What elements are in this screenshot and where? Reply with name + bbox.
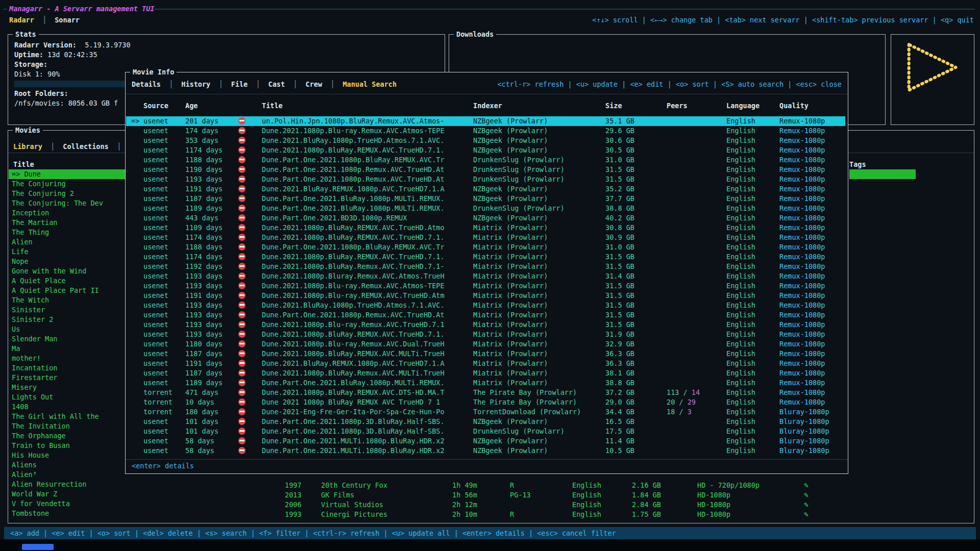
search-result-row[interactable]: usenet 174 days Dune.2021.1080p.Blu-ray.… [126,126,845,136]
movie-list-item[interactable]: Alien Resurrection [9,480,125,489]
movie-list-item[interactable]: mother! [9,354,125,363]
movie-list-item[interactable]: Life [9,247,125,257]
movie-list-item[interactable]: The Martian [9,218,125,228]
result-language: English [726,262,779,271]
search-result-row[interactable]: usenet 1191 days Dune.2021.BluRay.REMUX.… [126,359,845,368]
search-result-row[interactable]: usenet 1109 days Dune.2021.1080p.BluRay.… [126,223,845,233]
search-result-row[interactable]: torrent 10 days Dune 2021 1080p BluRay R… [126,397,845,407]
tab-sonarr[interactable]: Sonarr [55,16,80,24]
search-result-row[interactable]: usenet 1193 days Dune.2021.BluRay.1080p.… [126,300,845,310]
movie-list-item[interactable]: Inception [9,208,125,218]
search-result-row[interactable]: usenet 1193 days Dune.2021.1080p.Blu-ray… [126,320,845,330]
rejected-icon [238,407,262,417]
movie-list-item[interactable]: Incantation [9,363,125,373]
movie-list-item[interactable]: Firestarter [9,373,125,383]
result-quality: Remux-1080p [779,126,845,136]
movie-title: The Girl with All the [12,412,99,420]
search-result-row[interactable]: usenet 1193 days Dune.2021.1080p.Blu-ray… [126,281,845,291]
tab-file[interactable]: File [231,80,248,88]
search-result-row[interactable]: usenet 1189 days Dune.Part.One.2021.BluR… [126,378,845,388]
search-result-row[interactable]: usenet 1191 days Dune.2021.1080p.Blu-ray… [126,291,845,300]
search-result-row[interactable]: usenet 353 days Dune.2021.BluRay.1080p.T… [126,136,845,145]
movie-list-item[interactable]: The Witch [9,295,125,305]
tab-radarr[interactable]: Radarr [9,16,34,24]
movie-list-item[interactable]: Misery [9,383,125,392]
movie-title: Sinister 2 [12,315,53,323]
movie-list-item[interactable]: A Quiet Place Part II [9,286,125,295]
search-result-row[interactable]: torrent 180 days Dune-2021-Eng-Fre-Ger-I… [126,407,845,417]
movie-title: The Conjuring 2 [12,189,74,197]
search-result-row[interactable]: usenet 1188 days Dune.Part.One.2021.1080… [126,242,845,252]
movie-list-item[interactable]: The Conjuring: The Dev [9,198,125,208]
search-result-row[interactable]: usenet 1187 days Dune.2021.1080p.BluRay.… [126,368,845,378]
movie-list-item[interactable]: Gone with the Wind [9,266,125,276]
movie-list-item[interactable]: The Conjuring [9,179,125,189]
movie-list-item[interactable]: The Invitation [9,421,125,431]
search-result-row[interactable]: usenet 1189 days Dune.Part.One.2021.BluR… [126,204,845,213]
movie-list-item[interactable]: Ma [9,344,125,354]
result-quality: Remux-1080p [779,233,845,242]
movie-list-item[interactable]: => Dune [9,169,125,179]
movie-list-item[interactable]: His House [9,450,125,460]
search-result-row[interactable]: usenet 1193 days Dune.Part.One.2021.1080… [126,174,845,184]
search-result-row[interactable]: usenet 1192 days Dune.2021.1080p.BluRay.… [126,262,845,271]
movie-list-item[interactable]: The Girl with All the [9,412,125,421]
search-result-row[interactable]: torrent 471 days Dune.2021.1080p.BluRay.… [126,388,845,397]
movie-title: mother! [12,354,41,362]
search-result-row[interactable]: usenet 1191 days Dune.2021.BluRay.REMUX.… [126,184,845,194]
search-result-row[interactable]: usenet 101 days Dune.Part.One.2021.1080p… [126,427,845,436]
search-result-row[interactable]: => usenet 201 days un.Pol.Hin.Jpn.1080p.… [126,116,845,126]
search-result-row[interactable]: usenet 1174 days Dune.2021.1080p.BluRay.… [126,233,845,242]
tab-manual-search[interactable]: Manual Search [342,80,397,88]
movie-list-item[interactable]: The Conjuring 2 [9,189,125,198]
result-size: 31.5 GB [605,252,667,262]
movie-list-item[interactable]: The Orphanage [9,431,125,441]
movie-list-item[interactable]: Alien [9,237,125,247]
movie-list-item[interactable]: World War Z [9,489,125,499]
movie-list-item[interactable]: The Thing [9,228,125,237]
tab-crew[interactable]: Crew [306,80,323,88]
movie-list-item[interactable]: 1408 [9,402,125,412]
search-result-row[interactable]: usenet 1188 days Dune.Part.One.2021.1080… [126,155,845,165]
result-indexer: Miatrix (Prowlarr) [473,291,605,300]
movie-list-item[interactable]: Nope [9,257,125,266]
tab-collections[interactable]: Collections [63,142,108,151]
search-result-row[interactable]: usenet 1190 days Dune.Part.One.2021.1080… [126,165,845,174]
movie-list-item[interactable]: Sinister 2 [9,315,125,324]
movie-list-item[interactable]: Train to Busan [9,441,125,450]
search-result-row[interactable]: usenet 443 days Dune.Part.One.2021.BD3D.… [126,213,845,223]
movie-list-item[interactable]: Alien³ [9,470,125,480]
tab-details[interactable]: Details [132,80,161,88]
search-result-row[interactable]: usenet 1193 days Dune.Part.One.2021.1080… [126,310,845,320]
search-result-row[interactable]: usenet 58 days Dune.Part.One.2021.MULTi.… [126,446,845,456]
search-result-row[interactable]: usenet 1193 days Dune.2021.1080p.BluRay.… [126,330,845,339]
movie-list-item[interactable]: V for Vendetta [9,499,125,509]
result-language: English [726,233,779,242]
movie-title: Alien Resurrection [12,480,86,488]
result-peers [667,300,726,310]
movie-table-row[interactable]: 2006 Virtual Studios 2h 12m English 2.84… [285,500,841,510]
movie-table-row[interactable]: 1993 Cinergi Pictures 2h 10m R English 1… [285,510,841,519]
search-result-row[interactable]: usenet 1174 days Dune.2021.1080p.BluRay.… [126,145,845,155]
movie-list-item[interactable]: Lights Out [9,392,125,402]
tab-cast[interactable]: Cast [268,80,285,88]
search-result-row[interactable]: usenet 1187 days Dune.2021.1080p.BluRay.… [126,349,845,359]
movie-list-item[interactable]: Aliens [9,460,125,470]
movie-list-item[interactable]: Slender Man [9,334,125,344]
search-result-row[interactable]: usenet 58 days Dune.Part.One.2021.MULTi.… [126,436,845,446]
movie-list-item[interactable]: Tombstone [9,509,125,518]
movie-table-row[interactable]: 1997 20th Century Fox 1h 49m R English 2… [285,481,841,490]
search-result-row[interactable]: usenet 101 days Dune.Part.One.2021.1080p… [126,417,845,427]
tab-library[interactable]: Library [13,142,42,151]
search-result-row[interactable]: usenet 1187 days Dune.Part.One.2021.BluR… [126,194,845,204]
movie-list-item[interactable]: Us [9,324,125,334]
rejected-icon [238,417,262,427]
search-result-row[interactable]: usenet 1174 days Dune.2021.1080p.BluRay.… [126,252,845,262]
movie-list-item[interactable]: Sinister [9,305,125,315]
movie-list-item[interactable]: A Quiet Place [9,276,125,286]
result-source: usenet [143,271,185,281]
movie-table-row[interactable]: 2013 GK Films 1h 56m PG-13 English 1.84 … [285,490,841,500]
search-result-row[interactable]: usenet 1180 days Dune.2021.1080p.Blu-ray… [126,339,845,349]
search-result-row[interactable]: usenet 1193 days Dune.2021.1080p.Bluray.… [126,271,845,281]
tab-history[interactable]: History [181,80,210,88]
